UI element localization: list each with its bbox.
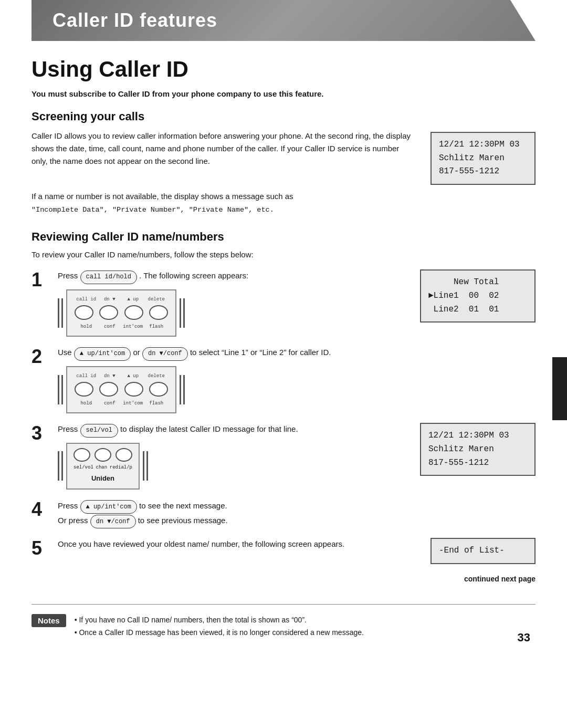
vert-lines-3r [143,451,148,481]
step-2-text-part2: or [133,348,140,357]
step-3-keypad-wrapper: sel/vol chan redial/p Uniden [58,443,404,490]
vert-lines-1r [180,298,185,328]
key-label-delete-2: delete [145,372,169,380]
step-4-number: 4 [32,500,58,519]
header-banner: Caller ID features [32,0,536,41]
step-2-number: 2 [32,347,58,366]
step-5-text-container: Once you have reviewed your oldest name/… [58,538,415,550]
vert-line-1rb [183,298,185,328]
key-up-2 [124,382,143,397]
page-number: 33 [518,631,530,644]
step-5-number: 5 [32,539,58,558]
key-callid-1 [75,305,93,320]
step-3-inner: Press sel/vol to display the latest Call… [58,423,536,489]
step-1-text-before: Press [58,271,78,280]
notes-badge: Notes [32,614,66,627]
reviewing-heading: Reviewing Caller ID name/numbers [32,230,536,244]
screening-lcd-display: 12/21 12:30PM 03 Schlitz Maren 817-555-1… [430,132,536,185]
right-sidebar-bar [552,357,567,420]
step-4-text-before: Press [58,501,78,510]
step-5-inner: Once you have reviewed your oldest name/… [58,538,536,564]
notes-item-2: Once a Caller ID message has been viewed… [75,627,364,639]
step-4-text-line2-after: to see previous message. [138,516,228,525]
step-1-keypad-wrapper: call id dn ▼ ▲ up delete [58,289,404,337]
vert-line-3b [61,451,63,481]
step-4-key1: ▲ up/int'com [80,500,137,514]
vert-line-2rb [183,375,185,404]
vert-line-1ra [180,298,181,328]
sublabel-flash-1: flash [145,323,169,330]
step-2-content: Use ▲ up/int'com or dn ▼/conf to select … [58,346,536,413]
step-3-key: sel/vol [80,424,118,437]
sublabel-intcom-1: int'com [121,323,145,330]
vert-line-2ra [180,375,181,404]
step-4-text-middle: to see the next message. [139,501,227,510]
screening-content-row: Caller ID allows you to review caller in… [32,130,536,185]
sel-buttons [74,448,132,462]
screening-code-example: "Incomplete Data", "Private Number", "Pr… [32,206,274,214]
key-delete-1 [149,305,168,320]
sel-label-redial: redial/p [110,464,132,471]
screening-text: Caller ID allows you to review caller in… [32,130,415,185]
key-delete-2 [149,382,168,397]
keypad-2-top-labels: call id dn ▼ ▲ up delete [75,372,168,380]
step-1-text: Press call id/hold . The following scree… [58,269,404,337]
step-3-content: Press sel/vol to display the latest Call… [58,423,536,489]
screening-paragraph1: Caller ID allows you to review caller in… [32,130,415,168]
step-3-text: Press sel/vol to display the latest Call… [58,423,404,489]
step-2-text-part3: to select “Line 1” or “Line 2” for calle… [190,348,331,357]
step-3-text-after: to display the latest Caller ID message … [120,424,298,433]
key-dn-1 [99,305,118,320]
step-3-sel-keypad: sel/vol chan redial/p Uniden [66,443,140,490]
vert-lines-3 [58,451,63,481]
step-2-text-part1: Use [58,348,72,357]
key-up-1 [124,305,143,320]
key-label-callid-2: call id [75,372,98,380]
sublabel-hold-2: hold [75,400,98,407]
step-1-keypad: call id dn ▼ ▲ up delete [66,289,176,337]
key-label-up-2: ▲ up [121,372,145,380]
step-4-key2: dn ▼/conf [90,515,136,528]
vert-line-1b [61,298,63,328]
step-5-row: 5 Once you have reviewed your oldest nam… [32,538,536,564]
step-3-text-before: Press [58,424,78,433]
sublabel-conf-2: conf [98,400,122,407]
screening-heading: Screening your calls [32,110,536,123]
key-label-dn-1: dn ▼ [98,296,122,303]
screening-paragraph2-row: If a name or number is not available, th… [32,190,536,216]
steps-section: 1 Press call id/hold . The following scr… [32,269,536,564]
key-label-up-1: ▲ up [121,296,145,303]
keypad-1-top-labels: call id dn ▼ ▲ up delete [75,296,168,303]
banner-title: Caller ID features [52,9,514,32]
notes-section: Notes If you have no Call ID name/ numbe… [32,604,536,639]
notes-list: If you have no Call ID name/ numbers, th… [75,614,364,639]
vert-line-3a [58,451,59,481]
sel-labels: sel/vol chan redial/p [74,464,132,471]
step-1-number: 1 [32,271,58,289]
step-2-keypad-wrapper: call id dn ▼ ▲ up delete hold [58,366,536,414]
vert-line-3ra [143,451,144,481]
page-subtitle: You must subscribe to Caller ID from you… [32,89,536,98]
sublabel-intcom-2: int'com [121,400,145,407]
notes-item-1: If you have no Call ID name/ numbers, th… [75,614,364,627]
step-4-text-line2-before: Or press [58,516,88,525]
keypad-1-buttons [75,305,168,320]
step-1-key: call id/hold [80,271,137,284]
sel-btn-chan [94,448,111,462]
sel-btn-redial [116,448,132,462]
step-3-row: 3 Press sel/vol to display the latest Ca… [32,423,536,489]
vert-line-2a [58,375,59,404]
sublabel-flash-2: flash [145,400,169,407]
step-2-row: 2 Use ▲ up/int'com or dn ▼/conf to selec… [32,346,536,413]
step-2-key1: ▲ up/int'com [74,347,131,360]
continued-text: continued next page [32,575,536,583]
sel-label-chan: chan [94,464,109,471]
step-3-display: 12/21 12:30PM 03 Schlitz Maren 817-555-1… [420,423,536,476]
key-dn-2 [99,382,118,397]
vert-lines-2 [58,375,63,404]
step-3-number: 3 [32,424,58,443]
sel-btn-selvol [74,448,90,462]
sel-label-selvol: sel/vol [74,464,93,471]
step-1-row: 1 Press call id/hold . The following scr… [32,269,536,337]
step-5-content: Once you have reviewed your oldest name/… [58,538,536,564]
